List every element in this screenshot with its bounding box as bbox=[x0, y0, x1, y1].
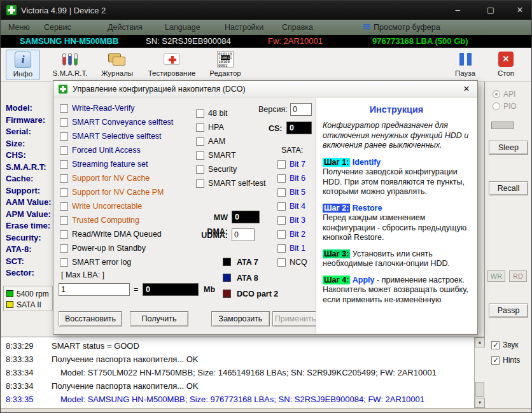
api-radio[interactable]: API bbox=[493, 90, 515, 99]
feature-row[interactable]: Write Uncorrectable bbox=[60, 199, 173, 213]
feature-checkbox[interactable] bbox=[60, 132, 68, 141]
sata-bit-checkbox[interactable] bbox=[277, 230, 286, 239]
toolbar-pause-button[interactable]: Пауза bbox=[447, 50, 483, 80]
mode-checkbox[interactable] bbox=[196, 151, 204, 160]
restore-button[interactable]: Восстановить bbox=[59, 311, 122, 326]
dco-dialog-titlebar[interactable]: Управление конфигурацией накопителя (DCO… bbox=[53, 81, 477, 97]
pio-radio[interactable]: PIO bbox=[493, 102, 517, 111]
mode-row[interactable]: SMART bbox=[196, 148, 266, 162]
sata-bit-checkbox[interactable] bbox=[277, 174, 286, 183]
menu-help[interactable]: Справка bbox=[282, 20, 313, 35]
sata-bit-row[interactable]: Bit 2 bbox=[277, 227, 307, 241]
feature-checkbox[interactable] bbox=[60, 146, 68, 155]
pio-radio-circle[interactable] bbox=[493, 102, 500, 110]
mode-checkbox[interactable] bbox=[196, 123, 204, 132]
feature-checkbox[interactable] bbox=[60, 174, 68, 183]
log-scrollbar[interactable]: ▲ ▼ bbox=[474, 337, 485, 408]
sata-bit-row[interactable]: Bit 1 bbox=[277, 241, 307, 255]
feature-checkbox[interactable] bbox=[60, 244, 68, 253]
scroll-down-icon[interactable]: ▼ bbox=[475, 398, 485, 408]
feature-row[interactable]: Power-up in Standby bbox=[60, 241, 173, 255]
menu-actions[interactable]: Действия bbox=[108, 20, 143, 35]
wr-button[interactable]: WR bbox=[487, 270, 505, 282]
feature-row[interactable]: SMART Selective selftest bbox=[60, 129, 173, 143]
sata-bit-row[interactable]: Bit 4 bbox=[277, 199, 307, 213]
sata-bit-checkbox[interactable] bbox=[277, 188, 286, 197]
apply-button[interactable]: Применить bbox=[272, 311, 318, 326]
toolbar-test-button[interactable]: Тестирование bbox=[144, 50, 199, 80]
sata-bit-row[interactable]: Bit 5 bbox=[277, 185, 307, 199]
feature-checkbox[interactable] bbox=[60, 188, 68, 197]
mode-checkbox[interactable] bbox=[196, 137, 204, 146]
sound-checkbox[interactable] bbox=[491, 341, 500, 349]
feature-checkbox[interactable] bbox=[60, 104, 68, 113]
toolbar-editor-button[interactable]: 010110110011101000001 Редактор bbox=[206, 50, 245, 80]
mb-value-field[interactable]: 0 bbox=[143, 283, 199, 296]
feature-row[interactable]: Forced Unit Access bbox=[60, 143, 173, 157]
sata-bit-row[interactable]: Bit 6 bbox=[277, 171, 307, 185]
sata-bit-checkbox[interactable] bbox=[277, 244, 286, 253]
sata-bit-checkbox[interactable] bbox=[277, 258, 286, 267]
mode-checkbox[interactable] bbox=[196, 165, 204, 174]
get-button[interactable]: Получить bbox=[130, 311, 188, 326]
scroll-thumb[interactable] bbox=[475, 382, 484, 397]
freeze-button[interactable]: Заморозить bbox=[211, 311, 270, 326]
api-radio-circle[interactable] bbox=[493, 90, 500, 98]
feature-checkbox[interactable] bbox=[60, 202, 68, 211]
mode-row[interactable]: 48 bit bbox=[196, 106, 266, 120]
feature-row[interactable]: Read/Write DMA Queued bbox=[60, 227, 173, 241]
menu-menu[interactable]: Меню bbox=[8, 20, 30, 35]
udma-input[interactable] bbox=[232, 228, 255, 241]
sata-bit-checkbox[interactable] bbox=[277, 202, 286, 211]
maximize-button[interactable]: ▢ bbox=[477, 1, 505, 20]
menu-buffer-view[interactable]: Просмотр буфера bbox=[374, 20, 440, 35]
sata-bit-label: Bit 2 bbox=[290, 230, 305, 239]
recall-button[interactable]: Recall bbox=[489, 181, 528, 195]
feature-checkbox[interactable] bbox=[60, 258, 68, 267]
sata-bit-row[interactable]: Bit 7 bbox=[277, 157, 307, 171]
passp-button[interactable]: Passp bbox=[489, 304, 528, 318]
toolbar-info-button[interactable]: i Инфо bbox=[6, 50, 40, 80]
sound-checkbox-row[interactable]: Звук bbox=[491, 340, 519, 349]
menu-service[interactable]: Сервис bbox=[44, 20, 71, 35]
sata-bit-row[interactable]: Bit 3 bbox=[277, 213, 307, 227]
scroll-up-icon[interactable]: ▲ bbox=[475, 337, 485, 347]
hints-checkbox[interactable] bbox=[491, 356, 500, 365]
mode-row[interactable]: SMART self-test bbox=[196, 176, 266, 190]
feature-row[interactable]: SMART error log bbox=[60, 255, 173, 269]
victoria-window: Victoria 4.99 | Device 2 – ▢ ✕ Меню Серв… bbox=[0, 0, 532, 413]
toolbar-stop-button[interactable]: ✕ Стоп bbox=[488, 50, 524, 80]
feature-checkbox[interactable] bbox=[60, 230, 68, 239]
mode-row[interactable]: AAM bbox=[196, 134, 266, 148]
cs-value-field[interactable]: 0 bbox=[286, 122, 312, 134]
max-lba-input[interactable] bbox=[59, 283, 130, 296]
rd-button[interactable]: RD bbox=[509, 270, 527, 282]
sleep-button[interactable]: Sleep bbox=[489, 141, 528, 155]
close-button[interactable]: ✕ bbox=[506, 1, 532, 20]
feature-row[interactable]: Write-Read-Verify bbox=[60, 101, 173, 115]
hints-checkbox-row[interactable]: Hints bbox=[491, 356, 520, 365]
mode-checkbox[interactable] bbox=[196, 109, 204, 118]
menu-language[interactable]: Language bbox=[165, 20, 200, 35]
mode-row[interactable]: HPA bbox=[196, 120, 266, 134]
sata-bit-row[interactable]: NCQ bbox=[277, 255, 307, 269]
mode-row[interactable]: Security bbox=[196, 162, 266, 176]
feature-row[interactable]: SMART Conveyance selftest bbox=[60, 115, 173, 129]
feature-row[interactable]: Trusted Computing bbox=[60, 213, 173, 227]
toolbar-smart-button[interactable]: S.M.A.R.T. bbox=[49, 50, 91, 80]
feature-checkbox[interactable] bbox=[60, 216, 68, 225]
version-input[interactable] bbox=[290, 103, 312, 116]
feature-row[interactable]: Support for NV Cache bbox=[60, 171, 173, 185]
sata-bit-checkbox[interactable] bbox=[277, 216, 286, 225]
minimize-button[interactable]: – bbox=[444, 1, 472, 20]
feature-checkbox[interactable] bbox=[60, 160, 68, 169]
feature-checkbox[interactable] bbox=[60, 118, 68, 127]
dialog-close-icon[interactable]: ✕ bbox=[461, 83, 472, 95]
toolbar-logs-button[interactable]: Журналы bbox=[97, 50, 137, 80]
feature-row[interactable]: Support for NV Cache PM bbox=[60, 185, 173, 199]
mwdma-value-field[interactable]: 0 bbox=[232, 211, 260, 223]
menu-settings[interactable]: Настройки bbox=[225, 20, 263, 35]
feature-row[interactable]: Streaming feature set bbox=[60, 157, 173, 171]
sata-bit-checkbox[interactable] bbox=[277, 160, 286, 169]
mode-checkbox[interactable] bbox=[196, 179, 204, 188]
